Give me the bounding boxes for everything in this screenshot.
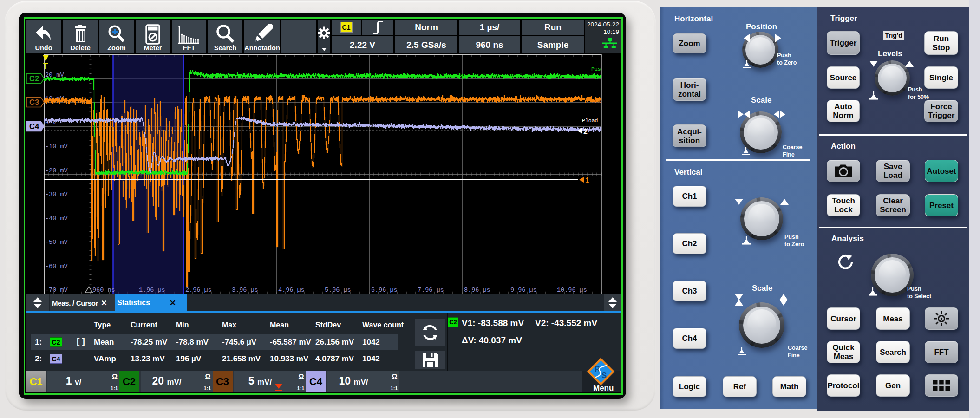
svg-text:S: S: [602, 372, 607, 379]
svg-text:10.96 µs: 10.96 µs: [557, 287, 587, 294]
svg-text:960 ns: 960 ns: [92, 287, 115, 294]
svg-text:-20 mV: -20 mV: [45, 167, 68, 174]
svg-text:C2: C2: [29, 74, 39, 83]
svg-text:-40 mV: -40 mV: [45, 215, 68, 222]
svg-text:1: 1: [585, 176, 589, 184]
svg-text:-30 mV: -30 mV: [45, 191, 68, 198]
svg-text:Pis: Pis: [591, 66, 601, 72]
svg-text:Prs: Prs: [591, 98, 601, 104]
svg-text:2.96 µs: 2.96 µs: [185, 287, 212, 294]
svg-text:C4: C4: [29, 122, 39, 131]
svg-text:9.96 µs: 9.96 µs: [510, 287, 537, 294]
svg-text:-70 mV: -70 mV: [45, 287, 68, 294]
svg-text:8.96 µs: 8.96 µs: [464, 287, 490, 294]
svg-text:3.96 µs: 3.96 µs: [232, 287, 258, 294]
svg-text:2: 2: [583, 128, 588, 136]
svg-text:1.96 µs: 1.96 µs: [139, 287, 165, 294]
svg-text:-60 mV: -60 mV: [45, 263, 68, 270]
svg-text:4.96 µs: 4.96 µs: [278, 287, 305, 294]
svg-text:-10 mV: -10 mV: [45, 143, 68, 150]
svg-text:C3: C3: [29, 98, 39, 106]
svg-text:6.96 µs: 6.96 µs: [371, 287, 398, 294]
svg-text:5.96 µs: 5.96 µs: [325, 287, 351, 294]
svg-text:-50 mV: -50 mV: [45, 239, 68, 246]
svg-text:T: T: [43, 62, 48, 71]
svg-text:Pload: Pload: [582, 118, 598, 124]
svg-text:7.96 µs: 7.96 µs: [418, 287, 444, 294]
